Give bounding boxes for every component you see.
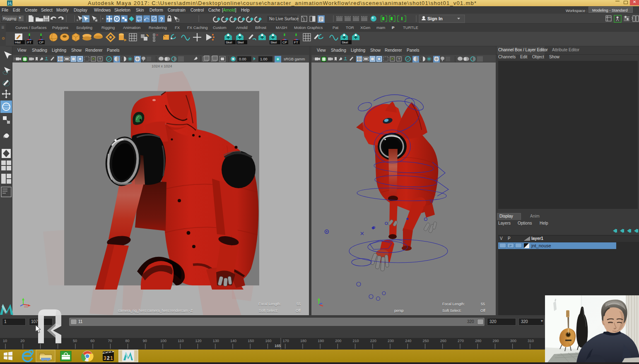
svg-text:Hist: Hist xyxy=(15,41,21,44)
svg-text:CP: CP xyxy=(39,41,43,44)
svg-text:80: 80 xyxy=(125,339,130,343)
svg-text:180: 180 xyxy=(300,339,306,343)
svg-text:190: 190 xyxy=(318,339,324,343)
svg-text:100: 100 xyxy=(160,339,166,343)
svg-text:?: ? xyxy=(160,16,163,22)
svg-text:200: 200 xyxy=(335,339,341,343)
svg-text:sRGB gamm: sRGB gamm xyxy=(284,57,305,61)
svg-text:Skel: Skel xyxy=(270,41,277,44)
svg-text:150: 150 xyxy=(248,339,254,343)
svg-text:250: 250 xyxy=(423,339,429,343)
svg-text:210: 210 xyxy=(353,339,359,343)
svg-text:260: 260 xyxy=(440,339,446,343)
svg-text:10: 10 xyxy=(3,339,7,343)
svg-text:P: P xyxy=(509,244,511,248)
svg-text:280: 280 xyxy=(475,339,481,343)
svg-text:300: 300 xyxy=(510,339,516,343)
svg-text:140: 140 xyxy=(230,339,236,343)
svg-text:110: 110 xyxy=(178,339,183,343)
svg-text:60: 60 xyxy=(90,339,94,343)
svg-text:CP: CP xyxy=(282,41,287,44)
svg-text:T: T xyxy=(99,57,101,61)
svg-text:FT: FT xyxy=(294,41,298,44)
svg-text:T: T xyxy=(398,57,400,61)
svg-text:160: 160 xyxy=(265,339,271,343)
svg-text:230: 230 xyxy=(388,339,394,343)
svg-text:Skel: Skel xyxy=(237,41,244,44)
svg-text:240: 240 xyxy=(405,339,411,343)
svg-text:90: 90 xyxy=(143,339,147,343)
svg-text:120: 120 xyxy=(195,339,202,343)
svg-text:220: 220 xyxy=(370,339,376,343)
svg-text:20: 20 xyxy=(20,339,24,343)
svg-text:130: 130 xyxy=(213,339,219,343)
svg-text:270: 270 xyxy=(458,339,464,343)
svg-text:290: 290 xyxy=(492,339,499,343)
svg-text:1: 1 xyxy=(110,355,113,361)
svg-text:50: 50 xyxy=(73,339,77,343)
svg-text:165: 165 xyxy=(275,344,281,348)
svg-text:3: 3 xyxy=(104,355,106,361)
svg-text:Skel: Skel xyxy=(226,41,232,44)
svg-text:FT: FT xyxy=(27,41,31,44)
svg-text:310: 310 xyxy=(528,339,534,343)
svg-text:1.00: 1.00 xyxy=(260,57,268,61)
svg-text:No Live Surface: No Live Surface xyxy=(269,17,299,21)
svg-text:170: 170 xyxy=(283,339,289,343)
svg-text:70: 70 xyxy=(108,339,112,343)
svg-text:0.00: 0.00 xyxy=(239,57,246,61)
svg-text:2: 2 xyxy=(107,355,110,361)
svg-text:Skel: Skel xyxy=(342,41,348,44)
svg-text:Sign In: Sign In xyxy=(427,16,443,21)
